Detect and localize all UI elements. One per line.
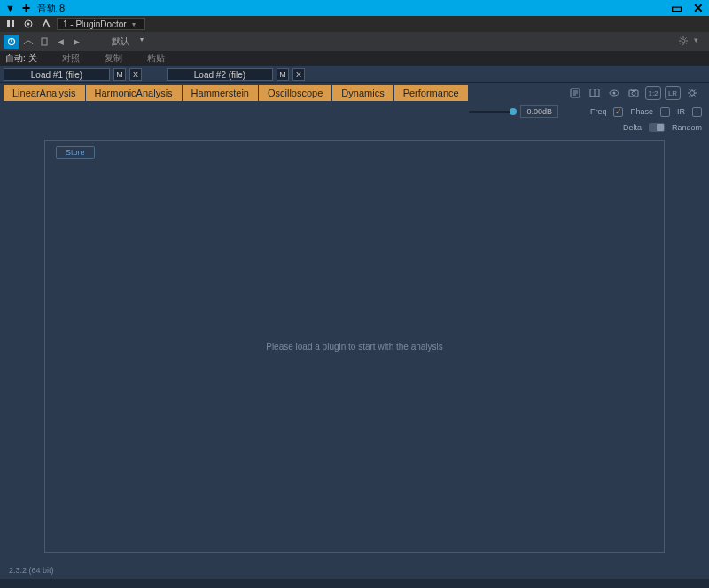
load-2-mute[interactable]: M: [277, 68, 289, 81]
track-label: 音轨 8: [37, 2, 65, 15]
tab-performance[interactable]: Performance: [394, 85, 468, 101]
svg-point-3: [27, 23, 30, 26]
routing-icon[interactable]: [39, 18, 53, 30]
tab-linear[interactable]: LinearAnalysis: [4, 85, 85, 101]
ir-checkbox[interactable]: [692, 107, 702, 117]
menu-auto[interactable]: 自动: 关: [5, 52, 37, 65]
close-icon[interactable]: ✕: [693, 1, 704, 15]
preset-selector[interactable]: 默认: [112, 35, 144, 48]
svg-rect-6: [42, 38, 47, 45]
delta-toggle[interactable]: [649, 123, 665, 132]
ir-label: IR: [677, 107, 685, 116]
plugin-toolbar: ◀ ▶ 默认 ▾: [0, 32, 709, 51]
random-label: Random: [672, 123, 702, 132]
target-icon[interactable]: [21, 18, 35, 30]
tab-dynamics[interactable]: Dynamics: [332, 85, 393, 101]
svg-point-18: [690, 91, 695, 96]
menu-compare[interactable]: 对照: [62, 52, 80, 65]
lr-button[interactable]: LR: [665, 86, 681, 100]
add-icon[interactable]: ✚: [22, 3, 30, 14]
power-button[interactable]: [4, 35, 19, 49]
svg-point-16: [632, 92, 635, 96]
menu-paste[interactable]: 粘贴: [147, 52, 165, 65]
load-2-button[interactable]: Load #2 (file): [167, 68, 273, 81]
ratio-button[interactable]: 1:2: [645, 86, 661, 100]
note-icon[interactable]: [567, 86, 583, 100]
gear-icon[interactable]: [678, 35, 689, 48]
load-1-button[interactable]: Load #1 (file): [4, 68, 110, 81]
placeholder-text: Please load a plugin to start with the a…: [266, 342, 443, 352]
load-bar: Load #1 (file) M X Load #2 (file) M X: [0, 66, 709, 83]
gain-value[interactable]: 0.00dB: [520, 105, 558, 118]
book-icon[interactable]: [587, 86, 603, 100]
load-2-clear[interactable]: X: [292, 68, 305, 81]
page-icon[interactable]: [37, 37, 51, 46]
canvas-container: Store Please load a plugin to start with…: [0, 135, 709, 561]
svg-rect-0: [7, 20, 10, 27]
plugin-selector[interactable]: 1 - PluginDoctor: [57, 18, 145, 30]
os-titlebar: ▼ ✚ 音轨 8 ▭ ✕: [0, 0, 709, 16]
bypass-icon[interactable]: [21, 37, 35, 46]
controls-row-1: 0.00dB Freq Phase IR: [0, 103, 709, 120]
svg-rect-1: [12, 20, 14, 27]
load-1-mute[interactable]: M: [113, 68, 126, 81]
phase-checkbox[interactable]: [660, 107, 670, 117]
freq-checkbox[interactable]: [613, 107, 623, 117]
tab-hammerstein[interactable]: Hammerstein: [183, 85, 258, 101]
phase-label: Phase: [630, 107, 653, 116]
host-toolbar: 1 - PluginDoctor: [0, 16, 709, 32]
menubar: 自动: 关 对照 复制 粘贴: [0, 51, 709, 66]
controls-row-2: Delta Random: [0, 120, 709, 135]
tab-harmonic[interactable]: HarmonicAnalysis: [86, 85, 182, 101]
prev-icon[interactable]: ◀: [53, 37, 67, 46]
svg-point-7: [682, 39, 685, 43]
tab-oscilloscope[interactable]: Oscilloscope: [259, 85, 331, 101]
eye-icon[interactable]: [606, 86, 622, 100]
settings-icon[interactable]: [684, 86, 700, 100]
camera-icon[interactable]: [626, 86, 642, 100]
freq-label: Freq: [590, 107, 607, 116]
analysis-tabs: LinearAnalysis HarmonicAnalysis Hammerst…: [0, 83, 709, 103]
load-1-clear[interactable]: X: [129, 68, 142, 81]
store-button[interactable]: Store: [56, 146, 95, 159]
next-icon[interactable]: ▶: [69, 37, 83, 46]
version-label: 2.3.2 (64 bit): [9, 566, 54, 575]
plugin-title: 1 - PluginDoctor: [63, 19, 127, 29]
minimize-icon[interactable]: ▭: [671, 1, 682, 15]
menu-copy[interactable]: 复制: [105, 52, 122, 65]
gain-slider[interactable]: [469, 111, 513, 113]
analysis-canvas: Store Please load a plugin to start with…: [44, 140, 665, 553]
dropdown-icon[interactable]: ▼: [5, 3, 15, 13]
svg-point-14: [613, 92, 616, 95]
menu-chevron-icon[interactable]: ▾: [694, 35, 698, 48]
delta-label: Delta: [623, 123, 642, 132]
status-bar: 2.3.2 (64 bit): [0, 561, 709, 579]
pause-icon[interactable]: [4, 18, 18, 30]
